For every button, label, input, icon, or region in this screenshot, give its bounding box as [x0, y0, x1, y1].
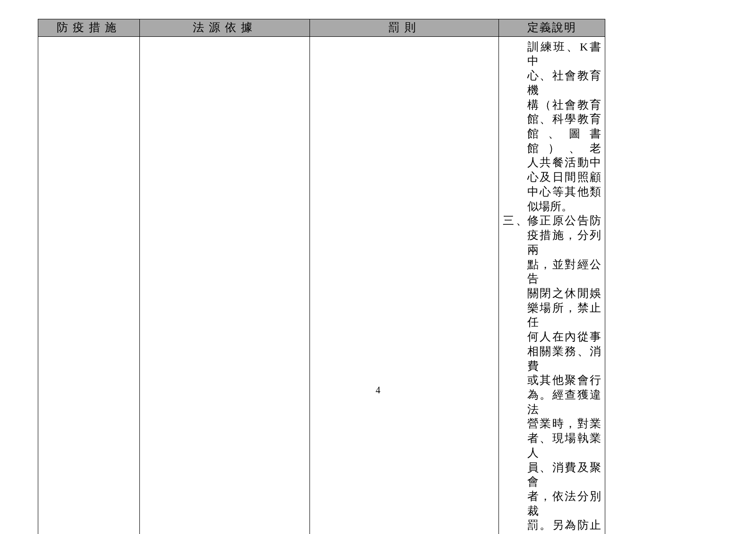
def-text: 員、消費及聚會 — [527, 460, 601, 489]
def-text: 罰。另為防止行 — [527, 518, 601, 534]
cell-penalty — [310, 36, 499, 534]
def-text: 館、圖書館）、老 — [527, 127, 601, 155]
def-text: 相關業務、消費 — [527, 344, 601, 373]
header-prevention-measures: 防疫措施 — [38, 19, 140, 37]
regulation-table: 防疫措施 法源依據 罰則 定義說明 訓練班、K書中 心、社會教育機 — [38, 19, 605, 534]
header-penalty: 罰則 — [310, 19, 499, 37]
def-text: 心、社會教育機 — [527, 68, 601, 97]
item-number: 三、 — [503, 213, 527, 228]
def-text: 關閉之休閒娛 — [527, 286, 601, 301]
table-header-row: 防疫措施 法源依據 罰則 定義說明 — [38, 19, 605, 37]
definition-content: 訓練班、K書中 心、社會教育機 構（社會教育 館、科學教育 — [503, 40, 601, 534]
def-text: 者，依法分別裁 — [527, 489, 601, 518]
def-text: 營業時，對業 — [527, 416, 601, 431]
def-text: 疫措施，分列兩 — [527, 228, 601, 257]
page-number: 4 — [0, 385, 756, 396]
def-text: 構（社會教育 — [527, 98, 601, 112]
cell-definition: 訓練班、K書中 心、社會教育機 構（社會教育 館、科學教育 — [499, 36, 605, 534]
def-text: 心及日間照顧 — [527, 170, 601, 185]
header-legal-basis: 法源依據 — [140, 19, 310, 37]
def-text: 何人在內從事 — [527, 330, 601, 344]
def-text: 館、科學教育 — [527, 112, 601, 127]
table-row: 訓練班、K書中 心、社會教育機 構（社會教育 館、科學教育 — [38, 36, 605, 534]
def-text: 似場所。 — [527, 199, 601, 214]
def-text: 樂場所，禁止任 — [527, 301, 601, 330]
def-text: 修正原公告防 — [527, 213, 601, 228]
header-definition: 定義說明 — [499, 19, 605, 37]
def-text: 點，並對經公告 — [527, 257, 601, 286]
def-text: 人共餐活動中 — [527, 155, 601, 170]
cell-legal-basis — [140, 36, 310, 534]
def-text: 中心等其他類 — [527, 185, 601, 199]
def-text: 訓練班、K書中 — [527, 40, 601, 68]
def-text: 者、現場執業人 — [527, 431, 601, 460]
cell-prevention-measures — [38, 36, 140, 534]
